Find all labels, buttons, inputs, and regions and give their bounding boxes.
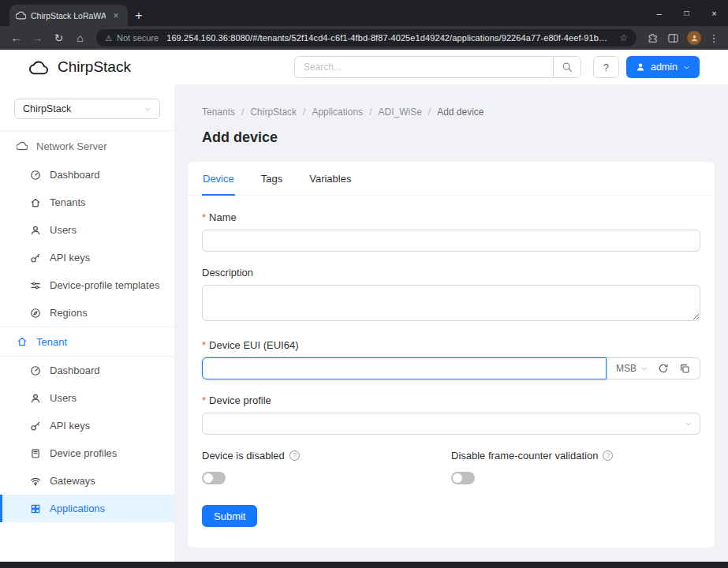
sidebar-item-ns-dashboard[interactable]: Dashboard (0, 161, 174, 189)
sidebar-item-applications[interactable]: Applications (0, 495, 174, 522)
device-profile-select[interactable] (202, 413, 700, 435)
byte-order-value: MSB (616, 363, 637, 374)
sidebar-item-tenants[interactable]: Tenants (0, 189, 174, 216)
name-field-group: * Name (202, 211, 700, 252)
browser-tab[interactable]: ChirpStack LoRaWAN® Netwo × (9, 5, 128, 26)
forward-button[interactable]: → (28, 28, 47, 47)
sliders-icon (30, 280, 41, 291)
sidebar-item-tenant-api-keys[interactable]: API keys (0, 412, 174, 439)
device-form: * Name Description * (188, 196, 715, 547)
page-title: Add device (202, 129, 728, 146)
user-icon (636, 62, 645, 72)
switches-row: Device is disabled ? Disable frame-count… (202, 450, 700, 484)
dev-eui-field-group: * Device EUI (EUI64) MSB (202, 339, 700, 379)
network-server-selector[interactable]: ChirpStack (14, 99, 160, 119)
disable-fcnt-toggle[interactable] (451, 472, 475, 484)
home-icon (30, 197, 41, 208)
chirpstack-logo[interactable]: ChirpStack (27, 58, 131, 77)
search-input[interactable] (294, 56, 553, 78)
generate-random-icon[interactable] (658, 363, 669, 374)
device-form-tabs: Device Tags Variables (188, 162, 715, 196)
device-profile-label: * Device profile (202, 394, 700, 406)
search-button[interactable] (553, 56, 581, 78)
browser-tab-strip: ChirpStack LoRaWAN® Netwo × + – □ × (0, 0, 728, 26)
required-asterisk: * (202, 394, 206, 406)
sidebar-item-ns-api-keys[interactable]: API keys (0, 244, 174, 271)
breadcrumb-applications[interactable]: Applications (312, 106, 363, 118)
dashboard-icon (30, 365, 41, 376)
help-tooltip-icon[interactable]: ? (603, 450, 613, 461)
reload-button[interactable]: ↻ (49, 28, 69, 47)
window-controls: – □ × (645, 0, 728, 26)
byte-order-dropdown[interactable]: MSB (616, 363, 648, 374)
copy-icon[interactable] (679, 363, 690, 374)
browser-window: ChirpStack LoRaWAN® Netwo × + – □ × ← → … (0, 0, 728, 568)
sidebar-item-gateways[interactable]: Gateways (0, 467, 174, 495)
breadcrumb-current: Add device (437, 106, 483, 118)
admin-label: admin (651, 62, 678, 73)
extensions-icon[interactable] (643, 28, 662, 47)
sidebar-item-device-profiles[interactable]: Device profiles (0, 439, 174, 467)
bookmark-star-icon[interactable]: ☆ (616, 32, 628, 43)
description-textarea[interactable] (202, 285, 700, 321)
dev-eui-addon: MSB (607, 357, 700, 379)
chevron-down-icon (144, 106, 151, 113)
section-tenant[interactable]: Tenant (0, 327, 174, 357)
admin-menu-button[interactable]: admin (626, 56, 700, 78)
chevron-down-icon (640, 365, 648, 372)
sidebar-item-regions[interactable]: Regions (0, 299, 174, 327)
maximize-button[interactable]: □ (673, 0, 700, 26)
name-input[interactable] (202, 230, 700, 252)
side-panel-icon[interactable] (663, 28, 682, 47)
key-icon (30, 252, 41, 263)
sidebar-item-tenant-dashboard[interactable]: Dashboard (0, 357, 174, 384)
help-tooltip-icon[interactable]: ? (289, 450, 300, 461)
add-device-card: Device Tags Variables * Name Des (188, 162, 715, 547)
global-search (294, 56, 581, 78)
chevron-down-icon (685, 420, 692, 428)
profile-avatar[interactable] (687, 31, 701, 45)
window-bottom-edge (0, 562, 728, 568)
not-secure-label[interactable]: Not secure (117, 33, 162, 43)
device-profile-value (202, 413, 700, 435)
url-text: 169.254.160.36:8080/#/tenants/52f14cd4-c… (166, 33, 611, 43)
address-bar[interactable]: ⚠ Not secure 169.254.160.36:8080/#/tenan… (96, 29, 637, 47)
tab-tags[interactable]: Tags (260, 162, 283, 195)
tab-variables[interactable]: Variables (308, 162, 352, 195)
device-disabled-toggle[interactable] (202, 472, 226, 484)
tab-close-icon[interactable]: × (110, 10, 121, 21)
minimize-button[interactable]: – (645, 0, 673, 26)
disable-fcnt-group: Disable frame-counter validation ? (451, 450, 700, 484)
dev-eui-label: * Device EUI (EUI64) (202, 339, 700, 351)
warning-icon: ⚠ (105, 34, 112, 43)
submit-button[interactable]: Submit (202, 505, 257, 527)
sidebar-item-tenant-users[interactable]: Users (0, 384, 174, 412)
key-icon (30, 420, 41, 432)
help-button[interactable]: ? (593, 56, 619, 78)
back-button[interactable]: ← (6, 28, 26, 47)
cloud-icon (17, 140, 28, 151)
favicon-cloud-icon (16, 10, 26, 21)
profiles-icon (30, 448, 41, 459)
window-close-button[interactable]: × (700, 0, 728, 26)
dev-eui-input[interactable] (202, 357, 607, 379)
browser-menu-icon[interactable]: ⋮ (706, 32, 722, 44)
dev-eui-input-group: MSB (202, 357, 700, 379)
home-icon (17, 336, 28, 347)
section-network-server: Network Server (0, 131, 174, 161)
section-label: Tenant (36, 336, 67, 348)
appstore-icon (30, 503, 41, 514)
tab-device[interactable]: Device (202, 162, 235, 196)
sidebar-item-ns-users[interactable]: Users (0, 216, 174, 244)
breadcrumb-tenants[interactable]: Tenants (202, 106, 235, 118)
cloud-logo-icon (27, 58, 50, 77)
breadcrumb-adi-wise[interactable]: ADI_WiSe (378, 106, 421, 118)
home-button[interactable]: ⌂ (70, 28, 90, 47)
dashboard-icon (30, 170, 41, 181)
sidebar-item-device-profile-templates[interactable]: Device-profile templates (0, 271, 174, 299)
user-icon (30, 225, 41, 236)
new-tab-button[interactable]: + (128, 5, 150, 26)
sidebar: ChirpStack Network Server Dashboard Tena… (0, 84, 175, 562)
chevron-down-icon (683, 64, 690, 71)
breadcrumb-chirpstack[interactable]: ChirpStack (250, 106, 297, 118)
